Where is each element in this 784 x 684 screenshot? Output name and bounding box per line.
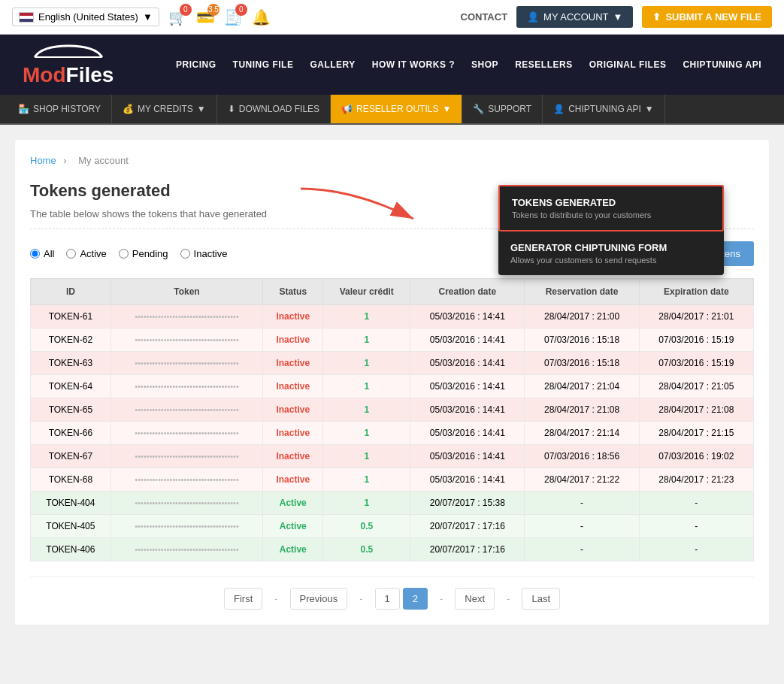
language-selector[interactable]: English (United States) ▼ xyxy=(12,8,159,26)
credits-icon: 💰 xyxy=(123,104,134,114)
logo-mod: Mod xyxy=(23,63,66,86)
cell-credit: 0.5 xyxy=(323,538,410,561)
cell-credit: 1 xyxy=(323,305,410,328)
table-row: TOKEN-406 ••••••••••••••••••••••••••••••… xyxy=(31,538,754,561)
filter-all[interactable]: All xyxy=(30,248,54,259)
nav-howitworks[interactable]: HOW IT WORKS ? xyxy=(372,59,455,70)
pagination-page-1[interactable]: 1 xyxy=(375,588,400,610)
filter-all-radio[interactable] xyxy=(30,249,40,259)
logo-files: Files xyxy=(66,63,114,86)
card-icon-wrapper[interactable]: 💳 3.5 xyxy=(196,8,215,26)
nav-resellers[interactable]: RESELLERS xyxy=(515,59,573,70)
cell-credit: 0.5 xyxy=(323,515,410,538)
filter-inactive-radio[interactable] xyxy=(180,249,190,259)
breadcrumb-home[interactable]: Home xyxy=(30,155,56,166)
nav-shop-history[interactable]: 🏪 SHOP HISTORY xyxy=(8,95,112,123)
nav-download-files[interactable]: ⬇ DOWNLOAD FILES xyxy=(217,95,331,123)
cell-expiration: 07/03/2016 : 19:02 xyxy=(639,445,753,468)
dropdown-generator-form[interactable]: GENERATOR CHIPTUNING FORM Allows your cu… xyxy=(498,232,724,275)
my-account-button[interactable]: 👤 MY ACCOUNT ▼ xyxy=(516,6,633,28)
nav-support[interactable]: 🔧 SUPPORT xyxy=(462,95,543,123)
pagination: First - Previous - 1 2 - Next - Last xyxy=(30,577,754,610)
cell-credit: 1 xyxy=(323,398,410,422)
cell-status: Active xyxy=(263,538,323,561)
cell-creation: 20/07/2017 : 15:38 xyxy=(410,492,525,515)
nav-original[interactable]: ORIGINAL FILES xyxy=(589,59,667,70)
nav-shop[interactable]: SHOP xyxy=(471,59,498,70)
pagination-last[interactable]: Last xyxy=(522,588,560,610)
contact-link[interactable]: CONTACT xyxy=(461,11,508,23)
cell-credit: 1 xyxy=(323,375,410,398)
pagination-previous[interactable]: Previous xyxy=(290,588,348,610)
col-id: ID xyxy=(31,279,111,305)
cell-expiration: 07/03/2016 : 15:19 xyxy=(639,328,753,352)
cell-token: •••••••••••••••••••••••••••••••••••• xyxy=(110,398,262,422)
cart-icon-wrapper[interactable]: 🛒 0 xyxy=(168,8,187,26)
filter-inactive[interactable]: Inactive xyxy=(180,248,228,259)
nav-tuning[interactable]: TUNING FILE xyxy=(233,59,294,70)
logo-nav: ModFiles PRICING TUNING FILE GALLERY HOW… xyxy=(0,35,784,95)
nav-pricing[interactable]: PRICING xyxy=(176,59,216,70)
table-row: TOKEN-64 •••••••••••••••••••••••••••••••… xyxy=(31,375,754,398)
nav-chiptuning[interactable]: CHIPTUNING API xyxy=(683,59,761,70)
cell-status: Active xyxy=(263,492,323,515)
cell-creation: 05/03/2016 : 14:41 xyxy=(410,375,525,398)
cell-status: Inactive xyxy=(263,375,323,398)
cell-credit: 1 xyxy=(323,492,410,515)
cell-reservation: - xyxy=(525,492,639,515)
cell-credit: 1 xyxy=(323,352,410,375)
table-row: TOKEN-61 •••••••••••••••••••••••••••••••… xyxy=(31,305,754,328)
cell-reservation: 07/03/2016 : 18:56 xyxy=(525,445,639,468)
invoice-icon-wrapper[interactable]: 🧾 0 xyxy=(224,8,243,26)
logo[interactable]: ModFiles xyxy=(23,42,114,87)
cell-expiration: 07/03/2016 : 15:19 xyxy=(639,352,753,375)
cell-expiration: 28/04/2017 : 21:05 xyxy=(639,375,753,398)
nav-my-credits[interactable]: 💰 MY CREDITS ▼ xyxy=(112,95,217,123)
cell-credit: 1 xyxy=(323,328,410,352)
pagination-next[interactable]: Next xyxy=(455,588,495,610)
dropdown-tokens-generated[interactable]: TOKENS GENERATED Tokens to distribute to… xyxy=(498,185,724,232)
cell-id: TOKEN-63 xyxy=(31,352,111,375)
cell-id: TOKEN-404 xyxy=(31,492,111,515)
filter-active-label: Active xyxy=(80,248,106,259)
api-icon: 👤 xyxy=(553,104,565,114)
upload-icon: ⬆ xyxy=(652,11,661,23)
cell-expiration: - xyxy=(639,538,753,561)
submit-label: SUBMIT A NEW FILE xyxy=(665,11,761,23)
bell-icon-wrapper[interactable]: 🔔 xyxy=(252,8,271,26)
table-row: TOKEN-65 •••••••••••••••••••••••••••••••… xyxy=(31,398,754,422)
support-icon: 🔧 xyxy=(473,104,484,114)
pagination-first[interactable]: First xyxy=(224,588,262,610)
cell-status: Active xyxy=(263,515,323,538)
cell-status: Inactive xyxy=(263,468,323,492)
col-creation: Creation date xyxy=(410,279,525,305)
cell-expiration: - xyxy=(639,492,753,515)
table-row: TOKEN-67 •••••••••••••••••••••••••••••••… xyxy=(31,445,754,468)
invoice-badge: 0 xyxy=(235,4,247,16)
filter-pending-radio[interactable] xyxy=(119,249,129,259)
filter-pending-label: Pending xyxy=(132,248,168,259)
cell-creation: 05/03/2016 : 14:41 xyxy=(410,398,525,422)
cell-id: TOKEN-405 xyxy=(31,515,111,538)
filter-active[interactable]: Active xyxy=(66,248,106,259)
col-expiration: Expiration date xyxy=(639,279,753,305)
cell-token: •••••••••••••••••••••••••••••••••••• xyxy=(110,352,262,375)
table-row: TOKEN-68 •••••••••••••••••••••••••••••••… xyxy=(31,468,754,492)
col-token: Token xyxy=(110,279,262,305)
chevron-down-icon: ▼ xyxy=(645,104,654,114)
cell-id: TOKEN-62 xyxy=(31,328,111,352)
nav-api[interactable]: 👤 CHIPTUNING API ▼ xyxy=(543,95,665,123)
arrow-indicator xyxy=(293,181,443,244)
table-row: TOKEN-63 •••••••••••••••••••••••••••••••… xyxy=(31,352,754,375)
breadcrumb-current: My account xyxy=(78,155,128,166)
filter-active-radio[interactable] xyxy=(66,249,76,259)
pagination-page-2[interactable]: 2 xyxy=(403,588,428,610)
filter-pending[interactable]: Pending xyxy=(119,248,168,259)
chevron-down-icon: ▼ xyxy=(442,104,451,114)
main-content: Home › My account TOKENS GENERATED Token… xyxy=(15,140,769,625)
nav-gallery[interactable]: GALLERY xyxy=(310,59,355,70)
cell-token: •••••••••••••••••••••••••••••••••••• xyxy=(110,492,262,515)
cell-token: •••••••••••••••••••••••••••••••••••• xyxy=(110,305,262,328)
nav-reseller-outils[interactable]: 📢 RESELLER OUTILS ▼ xyxy=(331,95,462,123)
submit-file-button[interactable]: ⬆ SUBMIT A NEW FILE xyxy=(642,6,772,28)
